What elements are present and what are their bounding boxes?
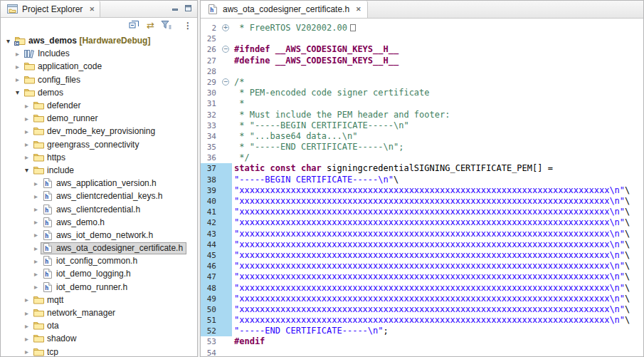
fold-plus-icon[interactable]: +	[220, 23, 232, 33]
line-number[interactable]: 53	[201, 336, 220, 347]
tree-item-demo-runner[interactable]: ▸demo_runner	[1, 112, 197, 125]
tree-item-dev-mode-key-provisioning[interactable]: ▸dev_mode_key_provisioning	[1, 125, 197, 138]
maximize-icon[interactable]	[184, 4, 192, 14]
expand-arrow-icon[interactable]: ▸	[22, 309, 31, 317]
code-text[interactable]: "xxxxxxxxxxxxxxxxxxxxxxxxxxxxxxxxxxxxxxx…	[232, 185, 630, 196]
code-text[interactable]: * PEM-encoded code signer certificate	[232, 88, 430, 98]
tree-item-iot-demo-logging-h[interactable]: ▸hiot_demo_logging.h	[1, 267, 197, 280]
tree-item-aws-clientcredential-keys-h[interactable]: ▸haws_clientcredential_keys.h	[1, 190, 197, 202]
tree-item-aws-ota-codesigner-certificate-h[interactable]: ▸haws_ota_codesigner_certificate.h	[1, 242, 197, 254]
code-text[interactable]: #ifndef __AWS_CODESIGN_KEYS__H__	[232, 44, 398, 55]
tree-item-ota[interactable]: ▸ota	[1, 319, 197, 332]
code-text[interactable]: * FreeRTOS V202002.00	[232, 23, 356, 33]
line-number[interactable]: 47	[201, 271, 220, 282]
view-menu-icon[interactable]: ⋮	[178, 21, 191, 31]
code-text[interactable]: *	[232, 98, 244, 109]
tree-item-tcp[interactable]: ▸tcp	[1, 346, 197, 357]
code-text[interactable]: * "-----END CERTIFICATE-----\n";	[232, 142, 403, 152]
code-text[interactable]: "xxxxxxxxxxxxxxxxxxxxxxxxxxxxxxxxxxxxxxx…	[232, 294, 630, 304]
fold-minus-icon[interactable]: −	[220, 77, 232, 88]
line-number[interactable]: 44	[201, 239, 220, 250]
code-text[interactable]: "xxxxxxxxxxxxxxxxxxxxxxxxxxxxxxxxxxxxxxx…	[232, 271, 630, 282]
code-text[interactable]: /*	[232, 77, 244, 88]
tree-item-aws-demos[interactable]: ▾Caws_demos [HardwareDebug]	[1, 34, 197, 47]
line-number[interactable]: 50	[201, 304, 220, 315]
code-text[interactable]: "-----END CERTIFICATE-----\n";	[232, 326, 389, 336]
expand-arrow-icon[interactable]: ▸	[31, 283, 41, 291]
line-number[interactable]: 32	[201, 110, 220, 120]
line-number[interactable]: 48	[201, 283, 220, 294]
tree-item-iot-demo-runner-h[interactable]: ▸hiot_demo_runner.h	[1, 281, 197, 294]
line-number[interactable]: 37	[201, 163, 220, 174]
code-text[interactable]: "xxxxxxxxxxxxxxxxxxxxxxxxxxxxxxxxxxxxxxx…	[232, 315, 630, 326]
code-text[interactable]: static const char signingcredentialSIGNI…	[232, 163, 553, 174]
tree-item-defender[interactable]: ▸defender	[1, 99, 197, 112]
expand-arrow-icon[interactable]: ▸	[31, 205, 41, 213]
close-icon[interactable]: ✕	[356, 6, 361, 13]
expand-arrow-icon[interactable]: ▸	[13, 63, 22, 71]
minimize-icon[interactable]	[171, 4, 179, 14]
fold-minus-icon[interactable]: −	[220, 44, 232, 55]
code-text[interactable]: * Must include the PEM header and footer…	[232, 110, 450, 120]
tree-item-config-files[interactable]: ▸config_files	[1, 73, 197, 86]
code-text[interactable]: "-----BEGIN CERTIFICATE-----\n"\	[232, 175, 398, 185]
code-editor[interactable]: 2+ * FreeRTOS V202002.002526−#ifndef __A…	[201, 19, 643, 356]
expand-arrow-icon[interactable]: ▸	[22, 153, 31, 161]
line-number[interactable]: 33	[201, 120, 220, 131]
line-number[interactable]: 40	[201, 196, 220, 207]
code-text[interactable]: "xxxxxxxxxxxxxxxxxxxxxxxxxxxxxxxxxxxxxxx…	[232, 261, 630, 271]
tree-item-greengrass-connectivity[interactable]: ▸greengrass_connectivity	[1, 138, 197, 151]
code-text[interactable]: "xxxxxxxxxxxxxxxxxxxxxxxxxxxxxxxxxxxxxxx…	[232, 283, 630, 294]
line-number[interactable]: 29	[201, 77, 220, 88]
code-text[interactable]: "xxxxxxxxxxxxxxxxxxxxxxxxxxxxxxxxxxxxxxx…	[232, 196, 630, 207]
line-number[interactable]: 43	[201, 229, 220, 239]
line-number[interactable]: 30	[201, 88, 220, 98]
code-text[interactable]: */	[232, 152, 250, 163]
line-number[interactable]: 34	[201, 131, 220, 142]
code-text[interactable]: * "-----BEGIN CERTIFICATE-----\n"	[232, 120, 409, 131]
collapse-arrow-icon[interactable]: ▾	[13, 88, 22, 96]
line-number[interactable]: 41	[201, 207, 220, 217]
code-text[interactable]	[232, 66, 234, 77]
tree-item-aws-application-version-h[interactable]: ▸haws_application_version.h	[1, 177, 197, 190]
expand-arrow-icon[interactable]: ▸	[31, 218, 41, 226]
line-number[interactable]: 35	[201, 142, 220, 152]
line-number[interactable]: 2	[201, 23, 220, 33]
tree-item-includes[interactable]: ▸Includes	[1, 47, 197, 60]
expand-arrow-icon[interactable]: ▸	[22, 348, 31, 356]
code-text[interactable]: #endif	[232, 336, 265, 347]
code-text[interactable]: "xxxxxxxxxxxxxxxxxxxxxxxxxxxxxxxxxxxxxxx…	[232, 250, 630, 261]
line-number[interactable]: 42	[201, 217, 220, 228]
expand-arrow-icon[interactable]: ▸	[31, 231, 41, 239]
expand-arrow-icon[interactable]: ▸	[22, 322, 31, 330]
expand-arrow-icon[interactable]: ▸	[22, 115, 31, 123]
close-icon[interactable]: ✕	[89, 6, 95, 13]
tab-editor-aws-ota-codesigner-certificate[interactable]: h aws_ota_codesigner_certificate.h ✕	[201, 1, 368, 18]
line-number[interactable]: 52	[201, 326, 220, 336]
line-number[interactable]: 51	[201, 315, 220, 326]
code-text[interactable]	[232, 348, 234, 356]
filter-icon[interactable]	[161, 20, 171, 31]
code-text[interactable]	[232, 33, 234, 44]
line-number[interactable]: 25	[201, 33, 220, 44]
expand-arrow-icon[interactable]: ▸	[13, 50, 22, 58]
tree-item-demos[interactable]: ▾demos	[1, 86, 197, 99]
tab-project-explorer[interactable]: Project Explorer ✕	[1, 1, 100, 17]
line-number[interactable]: 45	[201, 250, 220, 261]
line-number[interactable]: 36	[201, 152, 220, 163]
code-text[interactable]: "xxxxxxxxxxxxxxxxxxxxxxxxxxxxxxxxxxxxxxx…	[232, 217, 630, 228]
line-number[interactable]: 27	[201, 56, 220, 66]
expand-arrow-icon[interactable]: ▸	[31, 192, 41, 200]
collapse-all-icon[interactable]	[129, 19, 140, 31]
tree-item-application-code[interactable]: ▸application_code	[1, 60, 197, 73]
expand-arrow-icon[interactable]: ▸	[22, 140, 31, 148]
code-text[interactable]: "xxxxxxxxxxxxxxxxxxxxxxxxxxxxxxxxxxxxxxx…	[232, 304, 630, 315]
line-number[interactable]: 28	[201, 66, 220, 77]
tree-item-shadow[interactable]: ▸shadow	[1, 332, 197, 345]
line-number[interactable]: 31	[201, 98, 220, 109]
code-text[interactable]: * "...base64 data...\n"	[232, 131, 357, 142]
line-number[interactable]: 26	[201, 44, 220, 55]
collapse-arrow-icon[interactable]: ▾	[4, 37, 13, 45]
expand-arrow-icon[interactable]: ▸	[13, 76, 22, 83]
tree-item-aws-clientcredential-h[interactable]: ▸haws_clientcredential.h	[1, 202, 197, 215]
